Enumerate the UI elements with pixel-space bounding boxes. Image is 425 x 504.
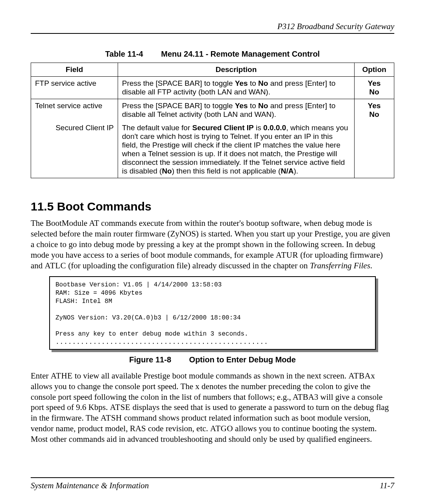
page-footer: System Maintenance & Information 11-7: [31, 481, 394, 491]
opt-no: No: [369, 110, 379, 118]
code-line: FLASH: Intel 8M: [55, 298, 112, 305]
text-bold: 0.0.0.0: [263, 124, 286, 132]
text: to: [248, 102, 258, 110]
text-bold: No: [162, 167, 172, 175]
cell-desc: Press the [SPACE BAR] to toggle Yes to N…: [118, 99, 355, 122]
text: to view all available Prestige boot modu…: [72, 371, 348, 380]
cell-option: [355, 121, 394, 178]
table-row: Telnet service active Press the [SPACE B…: [31, 99, 394, 122]
command-text: ATHE: [51, 371, 73, 380]
body-paragraph: The BootModule AT commands execute from …: [31, 218, 394, 271]
reference-text: Transferring Files: [310, 261, 370, 270]
text-bold: Yes: [235, 79, 248, 87]
opt-yes: Yes: [368, 79, 381, 87]
th-field: Field: [31, 63, 118, 77]
command-text: ATUR: [276, 250, 298, 260]
opt-yes: Yes: [368, 102, 381, 110]
code-line: ZyNOS Version: V3.20(CA.0)b3 | 6/12/2000…: [55, 314, 240, 321]
text: to: [248, 79, 258, 87]
text-bold: Secured Client IP: [192, 124, 254, 132]
cell-field: Telnet service active: [31, 99, 118, 122]
th-desc: Description: [118, 63, 355, 77]
figure-caption: Figure 11-8 Option to Enter Debug Mode: [31, 355, 394, 364]
text: Enter: [31, 371, 51, 380]
section-heading: 11.5 Boot Commands: [31, 200, 394, 213]
text-bold: Yes: [235, 102, 248, 110]
table-row: Secured Client IP The default value for …: [31, 121, 394, 178]
footer-rule: [31, 477, 394, 478]
opt-no: No: [369, 88, 379, 96]
text-bold: No: [258, 79, 268, 87]
command-text: ATSE: [110, 402, 130, 412]
body-paragraph: Enter ATHE to view all available Prestig…: [31, 371, 394, 445]
code-line: Bootbase Version: V1.05 | 4/14/2000 13:5…: [55, 281, 222, 288]
table-caption: Table 11-4 Menu 24.11 - Remote Managemen…: [31, 50, 394, 59]
cell-field: Secured Client IP: [31, 121, 118, 178]
footer-left: System Maintenance & Information: [31, 481, 149, 491]
command-text: ATSH: [100, 413, 122, 423]
text: ).: [294, 167, 298, 175]
text: The default value for: [122, 124, 192, 132]
text: ) then this field is not applicable (: [172, 167, 281, 175]
document-page: P312 Broadband Security Gateway Table 11…: [0, 0, 425, 504]
th-option: Option: [355, 63, 394, 77]
text: Press the [SPACE BAR] to toggle: [122, 79, 235, 87]
table-caption-title: Menu 24.11 - Remote Management Control: [161, 50, 320, 58]
code-block: Bootbase Version: V1.05 | 4/14/2000 13:5…: [49, 276, 376, 349]
code-line: Press any key to enter debug mode within…: [55, 330, 248, 338]
text: (for uploading the configuration file) a…: [66, 261, 310, 270]
cell-option: Yes No: [355, 77, 394, 99]
cell-field: FTP service active: [31, 77, 118, 99]
cell-option: Yes No: [355, 99, 394, 122]
cell-desc: The default value for Secured Client IP …: [118, 121, 355, 178]
code-content: Bootbase Version: V1.05 | 4/14/2000 13:5…: [49, 276, 376, 349]
command-text: ATGO: [210, 424, 233, 433]
table-header-row: Field Description Option: [31, 63, 394, 77]
command-text: ATLC: [45, 261, 67, 270]
remote-management-table: Field Description Option FTP service act…: [31, 63, 394, 178]
text-bold: No: [258, 102, 268, 110]
text-bold: N/A: [281, 167, 294, 175]
cell-desc: Press the [SPACE BAR] to toggle Yes to N…: [118, 77, 355, 99]
footer-right: 11-7: [380, 481, 394, 491]
table-caption-label: Table 11-4: [105, 50, 143, 58]
code-line: ........................................…: [55, 339, 268, 346]
figure-caption-label: Figure 11-8: [129, 355, 171, 364]
text: .: [370, 261, 372, 270]
command-text: ATBAx: [348, 371, 375, 380]
text: is: [254, 124, 263, 132]
figure-caption-title: Option to Enter Debug Mode: [189, 355, 296, 364]
code-line: RAM: Size = 4096 Kbytes: [55, 290, 142, 297]
text: Press the [SPACE BAR] to toggle: [122, 102, 235, 110]
header-rule: [31, 33, 394, 34]
page-header: P312 Broadband Security Gateway: [31, 22, 394, 31]
table-row: FTP service active Press the [SPACE BAR]…: [31, 77, 394, 99]
